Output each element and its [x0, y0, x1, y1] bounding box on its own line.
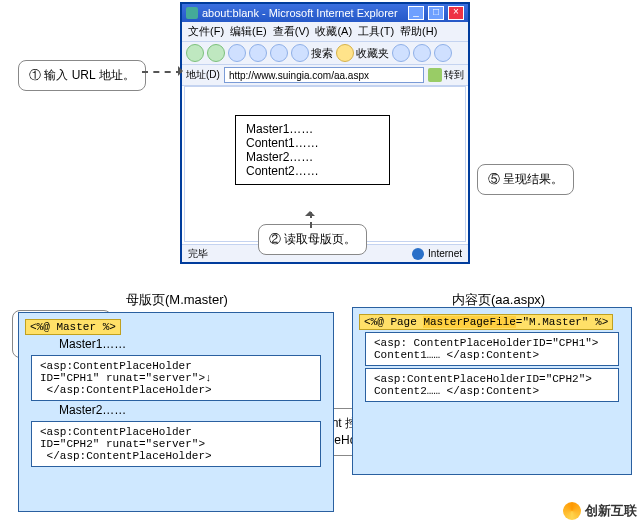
content-directive: <%@ Page MasterPageFile="M.Master" %>	[359, 314, 625, 330]
master-page-panel: <%@ Master %> Master1…… <asp:ContentPlac…	[18, 312, 334, 512]
search-icon	[291, 44, 309, 62]
master-static-2: Master2……	[59, 403, 327, 417]
browser-viewport: Master1…… Content1…… Master2…… Content2……	[184, 86, 466, 242]
refresh-button[interactable]	[249, 44, 267, 62]
url-input[interactable]	[224, 67, 424, 83]
history-button[interactable]	[392, 44, 410, 62]
address-label: 地址(D)	[186, 68, 220, 82]
menu-view[interactable]: 查看(V)	[273, 24, 310, 39]
callout-step-5: ⑤ 呈现结果。	[477, 164, 574, 195]
home-button[interactable]	[270, 44, 288, 62]
mail-button[interactable]	[413, 44, 431, 62]
rendered-line: Master2……	[246, 150, 379, 164]
menu-help[interactable]: 帮助(H)	[400, 24, 437, 39]
back-button[interactable]	[186, 44, 204, 62]
menu-tools[interactable]: 工具(T)	[358, 24, 394, 39]
master-static-1: Master1……	[59, 337, 327, 351]
window-title: about:blank - Microsoft Internet Explore…	[202, 7, 398, 19]
directive-attr: MasterPageFile	[423, 316, 515, 328]
rendered-line: Master1……	[246, 122, 379, 136]
directive-open: <%@ Page	[364, 316, 423, 328]
rendered-output-box: Master1…… Content1…… Master2…… Content2……	[235, 115, 390, 185]
watermark-logo-icon	[563, 502, 581, 520]
status-done: 完毕	[188, 247, 208, 261]
directive-val: ="M.Master" %>	[516, 316, 608, 328]
search-label: 搜索	[311, 46, 333, 61]
content-c1-code: <asp: ContentPlaceHolderID="CPH1"> Conte…	[365, 332, 619, 366]
toolbar: 搜索 收藏夹	[182, 42, 468, 65]
internet-zone-icon	[412, 248, 424, 260]
master-panel-title: 母版页(M.master)	[126, 291, 228, 309]
content-page-panel: <%@ Page MasterPageFile="M.Master" %> <a…	[352, 307, 632, 475]
minimize-button[interactable]: _	[408, 6, 424, 20]
ie-icon	[186, 7, 198, 19]
watermark: 创新互联	[563, 502, 637, 520]
stop-button[interactable]	[228, 44, 246, 62]
go-arrow-icon	[428, 68, 442, 82]
rendered-line: Content1……	[246, 136, 379, 150]
master-cph2-code: <asp:ContentPlaceHolder ID="CPH2" runat=…	[31, 421, 321, 467]
menu-edit[interactable]: 编辑(E)	[230, 24, 267, 39]
rendered-line: Content2……	[246, 164, 379, 178]
master-directive: <%@ Master %>	[25, 319, 327, 335]
address-bar: 地址(D) 转到	[182, 65, 468, 86]
menu-favorites[interactable]: 收藏(A)	[315, 24, 352, 39]
directive-close: %>	[103, 321, 116, 333]
menu-bar: 文件(F) 编辑(E) 查看(V) 收藏(A) 工具(T) 帮助(H)	[182, 22, 468, 42]
arrowhead-icon	[305, 206, 315, 216]
forward-button[interactable]	[207, 44, 225, 62]
title-bar: about:blank - Microsoft Internet Explore…	[182, 4, 468, 22]
menu-file[interactable]: 文件(F)	[188, 24, 224, 39]
directive-open: <%@ Master	[30, 321, 103, 333]
callout-step-1: ① 输入 URL 地址。	[18, 60, 146, 91]
master-cph1-code: <asp:ContentPlaceHolder ID="CPH1" runat=…	[31, 355, 321, 401]
favorites-label: 收藏夹	[356, 46, 389, 61]
arrowhead-icon	[178, 66, 188, 76]
connector-step-1	[142, 71, 182, 73]
print-button[interactable]	[434, 44, 452, 62]
go-button[interactable]: 转到	[428, 68, 464, 82]
maximize-button[interactable]: □	[428, 6, 444, 20]
close-button[interactable]: ×	[448, 6, 464, 20]
watermark-text: 创新互联	[585, 502, 637, 520]
favorites-button[interactable]: 收藏夹	[336, 44, 389, 62]
status-zone: Internet	[428, 248, 462, 259]
go-label: 转到	[444, 68, 464, 82]
star-icon	[336, 44, 354, 62]
content-c2-code: <asp:ContentPlaceHolderID="CPH2"> Conten…	[365, 368, 619, 402]
callout-step-2: ② 读取母版页。	[258, 224, 367, 255]
search-button[interactable]: 搜索	[291, 44, 333, 62]
